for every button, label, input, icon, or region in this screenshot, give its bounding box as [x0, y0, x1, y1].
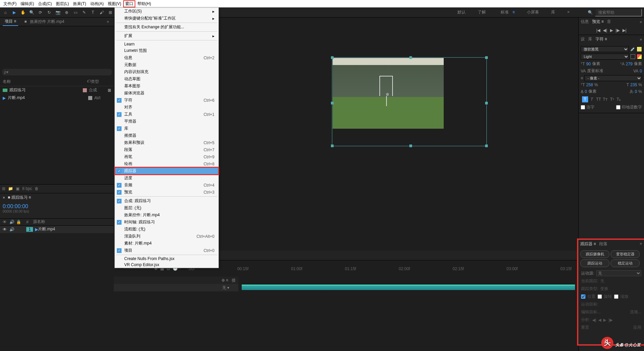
menu-item[interactable]: Lumetri 范围 [115, 47, 218, 54]
tab-settings[interactable]: 设 [581, 36, 585, 42]
ws-default[interactable]: 默认 [455, 8, 468, 17]
tracking-value[interactable]: 0 [640, 69, 642, 73]
switches-icon[interactable]: ⊕ ≡ [222, 278, 228, 283]
reset-button[interactable]: 重置 [581, 325, 589, 330]
audio-toggle[interactable]: 🔊 [9, 227, 16, 232]
tab-tracker[interactable]: 跟踪器 ≡ [580, 241, 596, 247]
swap-colors-icon[interactable] [637, 54, 642, 59]
col-type[interactable]: 类型 [91, 79, 111, 85]
menu-item[interactable]: 进度 [115, 174, 218, 182]
ligature-checkbox[interactable] [581, 105, 585, 109]
tab-close-icon[interactable]: × [105, 19, 111, 25]
scale-checkbox[interactable] [614, 294, 618, 299]
project-item-footage[interactable]: ▶ 片断.mp4 AVI [0, 94, 114, 102]
tsume-value[interactable]: 0 [635, 89, 637, 94]
kerning-value[interactable]: 度量标准 [587, 68, 603, 74]
trash-icon[interactable]: 🗑 [35, 186, 39, 191]
rotate-tool-icon[interactable]: ↻ [46, 9, 53, 16]
fill-color-swatch[interactable] [637, 46, 642, 52]
tab-preview[interactable]: 预览 ≡ [592, 19, 604, 25]
menu-item[interactable]: 效果控件: 片断.mp4 [115, 212, 218, 219]
motion-source-select[interactable]: 无 [596, 270, 641, 276]
text-tool-icon[interactable]: T [90, 9, 96, 16]
flowchart-icon[interactable]: ⊞ [108, 88, 111, 93]
panel-more-icon[interactable]: » [640, 20, 642, 24]
font-style-select[interactable]: Light [581, 54, 629, 60]
pen-tool-icon[interactable]: ✎ [81, 9, 88, 16]
menu-item[interactable]: ✓项目Ctrl+0 [115, 247, 218, 254]
ws-small[interactable]: 小屏幕 [524, 8, 542, 17]
edit-target-button[interactable]: 编辑目标... [581, 309, 601, 315]
stroke-type-select[interactable]: - 像素 - [584, 75, 642, 81]
apply-button[interactable]: 应用 [633, 325, 641, 330]
baseline-value[interactable]: 0 [585, 89, 587, 94]
menu-item[interactable]: ✓字符Ctrl+6 [115, 97, 218, 104]
allcaps-icon[interactable]: TT [596, 96, 602, 102]
vscale-value[interactable]: 258 [586, 83, 593, 87]
tab-info[interactable]: 信息 [581, 19, 589, 25]
rotation-checkbox[interactable] [598, 294, 602, 299]
menu-item[interactable]: ✓合成: 跟踪练习 [115, 197, 218, 204]
tab-paragraph[interactable]: 段落 [599, 241, 607, 247]
layer-name[interactable]: 片断.mp4 [38, 226, 55, 232]
timeline-ruler[interactable]: :00f 00:15f 01:00f 01:15f 02:00f 02:15f … [181, 260, 578, 277]
bold-icon[interactable]: T [582, 96, 588, 102]
menu-item[interactable]: ✓预览Ctrl+3 [115, 189, 218, 196]
menu-item[interactable]: 画笔Ctrl+9 [115, 153, 218, 160]
tl-close-icon[interactable]: × [3, 195, 5, 200]
rect-tool-icon[interactable]: ▭ [72, 9, 79, 16]
track-camera-button[interactable]: 跟踪摄像机 [580, 250, 609, 258]
menu-file[interactable]: 文件(F) [1, 0, 19, 7]
analyze-fwd-icon[interactable]: |▶ [608, 318, 612, 322]
panel-more-icon[interactable]: » [640, 241, 642, 247]
col-link[interactable]: 接 [232, 278, 236, 283]
timeline-layer-row[interactable]: 👁 🔊 1 ▶ 片断.mp4 [0, 226, 114, 233]
panel-more-icon[interactable]: » [640, 37, 642, 42]
menu-effect[interactable]: 效果(T) [71, 0, 88, 7]
camera-tool-icon[interactable]: 📷 [55, 9, 61, 16]
ws-standard[interactable]: 标准 ≡ [495, 8, 517, 17]
selection-tool-icon[interactable]: ▶ [11, 9, 18, 16]
smallcaps-icon[interactable]: Tᴛ [602, 96, 608, 102]
menu-item[interactable]: Learn [115, 41, 218, 47]
leading-value[interactable]: 279 [626, 62, 633, 66]
menu-item[interactable]: 媒体浏览器 [115, 90, 218, 97]
tab-audio[interactable]: 音 [607, 19, 611, 25]
menu-item[interactable]: Create Nulls From Paths.jsx [115, 256, 218, 262]
options-button[interactable]: 选项... [630, 309, 641, 315]
menu-item[interactable]: 查找有关 Exchange 的扩展功能... [115, 24, 218, 31]
search-help-input[interactable] [595, 8, 642, 17]
stroke-swatch[interactable] [631, 54, 635, 59]
menu-item[interactable]: 元数据 [115, 61, 218, 68]
menu-item[interactable]: 工作区(S)▸ [115, 8, 218, 15]
tab-timeline[interactable]: ■ 跟踪练习 ≡ [8, 195, 31, 200]
menu-item[interactable]: 平滑器 [115, 118, 218, 125]
menu-edit[interactable]: 编辑(E) [19, 0, 36, 7]
menu-item[interactable]: 段落Ctrl+7 [115, 146, 218, 153]
clone-tool-icon[interactable]: ⊞ [107, 9, 114, 16]
home-icon[interactable]: ⌂ [2, 9, 9, 16]
menu-item[interactable]: 对齐 [115, 104, 218, 111]
stabilize-motion-button[interactable]: 稳定运动 [611, 259, 640, 267]
analyze-back-icon[interactable]: ◀| [592, 318, 596, 322]
menu-item[interactable]: 效果和预设Ctrl+5 [115, 139, 218, 146]
menu-item[interactable]: ✓工具Ctrl+1 [115, 111, 218, 118]
superscript-icon[interactable]: T¹ [609, 96, 615, 102]
orbit-tool-icon[interactable]: ⟳ [37, 9, 44, 16]
menu-item[interactable]: 流程图: (无) [115, 226, 218, 233]
hindi-checkbox[interactable] [616, 105, 620, 109]
menu-help[interactable]: 帮助(H) [135, 0, 153, 7]
menu-item[interactable]: 动态草图 [115, 75, 218, 83]
menu-item[interactable]: 基本图形 [115, 83, 218, 90]
menu-item[interactable]: 素材: 片断.mp4 [115, 240, 218, 247]
warp-stabilizer-button[interactable]: 变形稳定器 [611, 250, 640, 258]
analyze-back1-icon[interactable]: ◀ [598, 318, 601, 322]
menu-item[interactable]: ✓库 [115, 125, 218, 132]
menu-item[interactable]: 图层: (无) [115, 204, 218, 212]
folder-icon[interactable]: 📁 [8, 186, 13, 191]
tab-library[interactable]: 库 [588, 36, 592, 42]
menu-animation[interactable]: 动画(A) [88, 0, 106, 7]
track-motion-button[interactable]: 跟踪运动 [580, 259, 609, 267]
subscript-icon[interactable]: T₁ [616, 96, 622, 102]
menu-item[interactable]: 将快捷键分配给"标准"工作区▸ [115, 15, 218, 22]
